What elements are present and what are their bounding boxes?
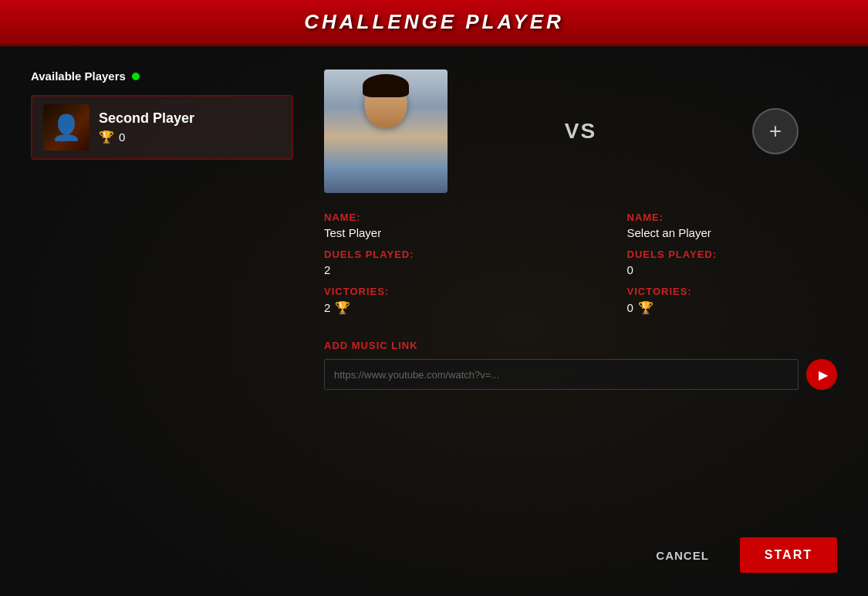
player1-victories-value: 2 🏆 (324, 300, 535, 315)
header-bar: Challenge Player (0, 0, 868, 46)
player2-duels-value: 0 (627, 263, 838, 276)
victories-count: 0 (119, 130, 125, 144)
vs-text: VS (565, 119, 596, 144)
player2-stats: NAME: Select an Player DUELS PLAYED: 0 V… (627, 212, 838, 315)
challenger-portrait (324, 69, 448, 193)
player1-name-label: NAME: (324, 212, 535, 223)
player1-duels-value: 2 (324, 263, 535, 276)
trophy-icon: 🏆 (99, 130, 114, 144)
bottom-buttons: CANCEL START (324, 514, 837, 573)
player2-name-label: NAME: (627, 212, 838, 223)
player-list-item[interactable]: Second Player 🏆 0 (31, 95, 293, 160)
vs-separator: VS (448, 119, 714, 144)
player2-victories-value: 0 🏆 (627, 300, 838, 315)
right-panel: VS + NAME: Test Player DUELS PLAYED: 2 V… (324, 69, 837, 573)
challenger-card (324, 69, 448, 193)
player2-victories-label: VICTORIES: (627, 286, 838, 297)
player-victories: 🏆 0 (99, 130, 194, 144)
play-button[interactable]: ▶ (806, 359, 837, 390)
opponent-slot: + (714, 108, 837, 154)
player-avatar (43, 104, 90, 151)
player1-duels-label: DUELS PLAYED: (324, 249, 535, 260)
main-content: Available Players Second Player 🏆 0 (0, 46, 868, 596)
cancel-button[interactable]: CANCEL (637, 537, 728, 573)
online-indicator (132, 73, 140, 80)
player1-victories-label: VICTORIES: (324, 286, 535, 297)
player1-trophy-icon: 🏆 (335, 300, 350, 315)
section-label: Available Players (31, 69, 126, 83)
add-opponent-button[interactable]: + (752, 108, 799, 154)
available-players-header: Available Players (31, 69, 293, 83)
page-title: Challenge Player (304, 10, 564, 34)
add-icon: + (769, 119, 782, 144)
start-button[interactable]: START (740, 537, 837, 573)
play-icon: ▶ (819, 367, 828, 382)
stats-area: NAME: Test Player DUELS PLAYED: 2 VICTOR… (324, 212, 837, 315)
player1-name-value: Test Player (324, 226, 535, 239)
portrait-image (324, 69, 448, 193)
player1-stats: NAME: Test Player DUELS PLAYED: 2 VICTOR… (324, 212, 535, 315)
music-section: ADD MUSIC LINK ▶ (324, 340, 837, 390)
player2-duels-label: DUELS PLAYED: (627, 249, 838, 260)
player2-name-value: Select an Player (627, 226, 838, 239)
music-url-input[interactable] (324, 359, 799, 390)
player-name: Second Player (99, 110, 194, 127)
vs-area: VS + (324, 69, 837, 193)
player2-trophy-icon: 🏆 (638, 300, 654, 315)
stats-spacer (535, 212, 627, 315)
music-input-row: ▶ (324, 359, 837, 390)
left-panel: Available Players Second Player 🏆 0 (31, 69, 293, 573)
player-info: Second Player 🏆 0 (99, 110, 194, 144)
music-label: ADD MUSIC LINK (324, 340, 837, 351)
